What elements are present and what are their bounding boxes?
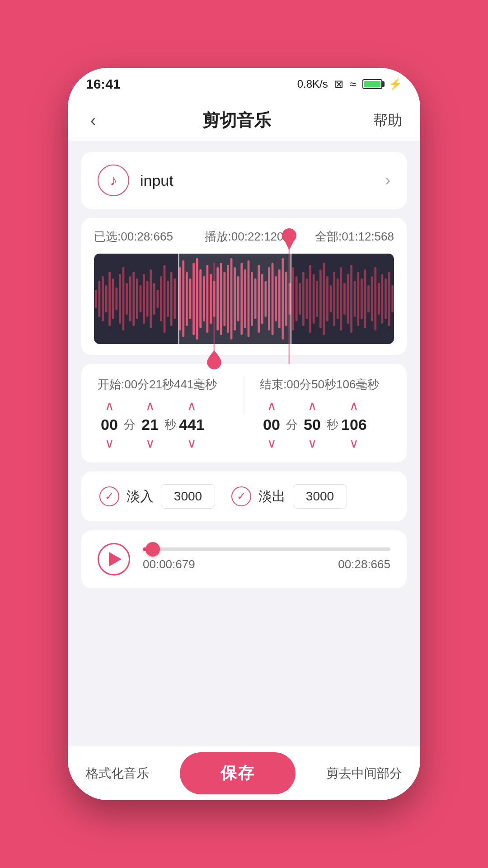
playback-time: 播放:00:22:120	[205, 229, 284, 245]
svg-rect-82	[367, 285, 370, 312]
svg-rect-23	[164, 265, 166, 333]
format-music-button[interactable]: 格式化音乐	[86, 765, 149, 782]
input-selector-card[interactable]: ♪ input ›	[81, 152, 407, 209]
start-time-label: 开始:00分21秒441毫秒	[98, 377, 228, 392]
back-button[interactable]: ‹	[86, 107, 100, 135]
start-min-unit: 分	[123, 417, 136, 433]
end-sec-up[interactable]: ∧	[308, 400, 317, 412]
start-sec-up[interactable]: ∧	[145, 400, 155, 412]
header: ‹ 剪切音乐 帮助	[68, 100, 420, 141]
waveform-card: 已选:00:28:665 播放:00:22:120 全部:01:12:568	[81, 218, 407, 355]
svg-rect-69	[323, 263, 325, 335]
sim-icon: ⊠	[334, 78, 343, 90]
help-button[interactable]: 帮助	[373, 111, 402, 131]
end-min-unit: 分	[285, 417, 299, 433]
start-ms-up[interactable]: ∧	[187, 400, 197, 412]
waveform-container	[94, 254, 394, 344]
svg-rect-15	[136, 278, 138, 319]
playhead-top-marker	[280, 228, 298, 250]
svg-rect-89	[391, 285, 394, 312]
fade-in-item: ✓ 淡入	[99, 484, 215, 509]
svg-rect-80	[361, 278, 363, 319]
end-time-controls: ∧ 00 ∨ 分 ∧ 50 ∨ 秒 ∧ 106	[260, 400, 390, 450]
fade-in-input[interactable]	[161, 484, 215, 509]
status-time: 16:41	[86, 76, 121, 92]
svg-rect-77	[350, 265, 352, 333]
time-divider	[244, 377, 244, 413]
svg-rect-84	[374, 267, 376, 330]
playhead-line-top	[288, 246, 290, 364]
fade-in-label: 淡入	[127, 487, 154, 506]
svg-rect-87	[385, 278, 387, 319]
bottom-bar: 格式化音乐 保存 剪去中间部分	[68, 746, 420, 800]
svg-rect-21	[156, 290, 159, 308]
svg-rect-68	[319, 269, 322, 328]
waveform-bg	[94, 254, 394, 344]
svg-rect-25	[170, 272, 173, 326]
end-ms-value: 106	[341, 416, 367, 434]
phone-frame: 16:41 0.8K/s ⊠ ≈ ⚡ ‹ 剪切音乐 帮助 ♪ input	[68, 68, 420, 800]
start-sec-down[interactable]: ∨	[145, 437, 155, 450]
svg-rect-85	[378, 283, 380, 315]
network-speed: 0.8K/s	[297, 78, 328, 90]
start-sec-unit: 秒	[164, 417, 177, 433]
svg-rect-17	[143, 274, 145, 324]
start-ms-down[interactable]: ∨	[187, 437, 197, 450]
svg-rect-78	[354, 281, 356, 317]
fade-card: ✓ 淡入 ✓ 淡出	[81, 472, 407, 521]
fade-out-item: ✓ 淡出	[231, 484, 347, 509]
wifi-icon: ≈	[350, 77, 356, 91]
svg-rect-63	[302, 272, 305, 326]
svg-point-0	[282, 228, 296, 243]
svg-rect-22	[160, 276, 162, 321]
end-sec-down[interactable]: ∨	[308, 437, 317, 450]
fade-out-check[interactable]: ✓	[231, 486, 251, 506]
start-time-controls: ∧ 00 ∨ 分 ∧ 21 ∨ 秒 ∧ 441	[98, 400, 228, 450]
svg-rect-4	[98, 281, 100, 317]
end-min-group: ∧ 00 ∨	[260, 400, 283, 450]
battery-fill	[364, 81, 380, 87]
fade-out-input[interactable]	[293, 484, 347, 509]
play-button[interactable]	[98, 543, 130, 576]
save-button[interactable]: 保存	[180, 752, 296, 794]
end-min-up[interactable]: ∧	[267, 400, 277, 412]
start-min-down[interactable]: ∨	[105, 437, 114, 450]
waveform-stats: 已选:00:28:665 播放:00:22:120 全部:01:12:568	[94, 229, 394, 245]
svg-rect-76	[347, 274, 349, 324]
svg-rect-12	[126, 283, 128, 315]
svg-rect-88	[388, 272, 390, 326]
start-sec-value: 21	[138, 416, 162, 434]
play-triangle-icon	[109, 552, 122, 566]
svg-rect-16	[140, 285, 142, 312]
fade-in-check[interactable]: ✓	[99, 486, 119, 506]
total-duration: 全部:01:12:568	[315, 229, 394, 245]
playhead-line-bottom	[213, 263, 215, 353]
start-min-group: ∧ 00 ∨	[98, 400, 121, 450]
svg-rect-74	[340, 267, 342, 330]
svg-rect-10	[119, 274, 121, 324]
slider-thumb[interactable]	[145, 542, 160, 557]
status-right: 0.8K/s ⊠ ≈ ⚡	[297, 77, 402, 91]
svg-rect-24	[167, 281, 169, 317]
page-title: 剪切音乐	[202, 109, 271, 132]
waveform-svg	[94, 254, 394, 344]
start-min-value: 00	[98, 416, 121, 434]
end-ms-up[interactable]: ∧	[349, 400, 359, 412]
music-note-icon: ♪	[110, 172, 117, 189]
music-icon-circle: ♪	[98, 165, 129, 196]
trim-middle-button[interactable]: 剪去中间部分	[326, 765, 402, 782]
start-time-section: 开始:00分21秒441毫秒 ∧ 00 ∨ 分 ∧ 21 ∨	[98, 377, 228, 450]
start-ms-value: 441	[179, 416, 205, 434]
start-min-up[interactable]: ∧	[105, 400, 114, 412]
end-ms-down[interactable]: ∨	[349, 437, 359, 450]
chevron-right-icon: ›	[385, 171, 390, 190]
end-min-down[interactable]: ∨	[267, 437, 277, 450]
progress-slider[interactable]	[143, 547, 390, 551]
svg-rect-92	[178, 254, 291, 344]
svg-rect-72	[333, 272, 335, 326]
start-ms-group: ∧ 441 ∨	[179, 400, 205, 450]
battery-icon	[362, 79, 382, 89]
svg-rect-67	[316, 281, 318, 317]
svg-rect-64	[306, 278, 308, 319]
svg-rect-83	[371, 276, 373, 321]
